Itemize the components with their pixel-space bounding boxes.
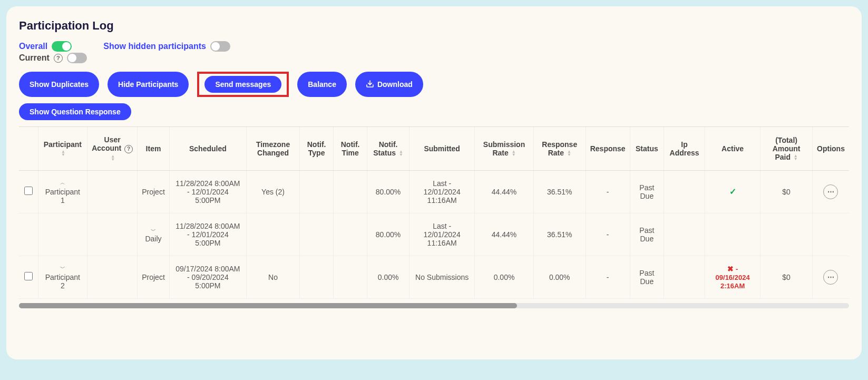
help-icon[interactable]: ? xyxy=(54,54,63,63)
col-scheduled: Scheduled xyxy=(169,127,246,171)
show-question-response-button[interactable]: Show Question Response xyxy=(19,103,131,120)
cell-participant[interactable]: ﹀Participant 2 xyxy=(38,256,87,298)
row-options-button[interactable]: ⋯ xyxy=(823,270,838,285)
cell-submitted: Last - 12/01/2024 11:16AM xyxy=(409,170,474,213)
cell-options: ⋯ xyxy=(812,170,849,213)
cell-notif-time xyxy=(334,256,367,298)
cell-status: Past Due xyxy=(630,213,664,256)
cell-submitted: No Submissions xyxy=(409,256,474,298)
cell-participant[interactable] xyxy=(38,213,87,256)
cell-scheduled: 09/17/2024 8:00AM - 09/20/2024 5:00PM xyxy=(169,256,246,298)
cell-ip-address xyxy=(664,256,705,298)
cell-options: ⋯ xyxy=(812,256,849,298)
toggle-show-hidden[interactable] xyxy=(210,41,230,52)
cell-notif-type xyxy=(300,213,334,256)
download-button[interactable]: Download xyxy=(355,72,423,97)
download-label: Download xyxy=(377,80,413,89)
toggle-current[interactable] xyxy=(67,53,87,63)
col-status: Status xyxy=(630,127,664,171)
cell-scheduled: 11/28/2024 8:00AM - 12/01/2024 5:00PM xyxy=(169,213,246,256)
cell-timezone-changed: No xyxy=(246,256,299,298)
cell-notif-type xyxy=(300,256,334,298)
col-response-rate[interactable]: Response Rate ▲▼ xyxy=(533,127,586,171)
cell-ip-address xyxy=(664,170,705,213)
cell-response-rate: 36.51% xyxy=(533,170,586,213)
filters: Overall Show hidden participants Current… xyxy=(19,41,849,63)
sort-icon: ▲▼ xyxy=(512,150,516,157)
hide-participants-button[interactable]: Hide Participants xyxy=(108,72,189,97)
cell-status: Past Due xyxy=(630,170,664,213)
help-icon[interactable]: ? xyxy=(124,145,133,153)
cell-options xyxy=(812,213,849,256)
chevron-up-icon[interactable]: ︿ xyxy=(43,179,83,187)
cell-response: - xyxy=(586,256,630,298)
table-row: ﹀ Daily11/28/2024 8:00AM - 12/01/2024 5:… xyxy=(19,213,849,256)
chevron-down-icon[interactable]: ﹀ xyxy=(43,265,83,272)
action-row-1: Show Duplicates Hide Participants Send m… xyxy=(19,72,849,97)
show-duplicates-button[interactable]: Show Duplicates xyxy=(19,72,99,97)
cell-user-account xyxy=(87,256,138,298)
cell-scheduled: 11/28/2024 8:00AM - 12/01/2024 5:00PM xyxy=(169,170,246,213)
cell-response: - xyxy=(586,213,630,256)
col-submission-rate[interactable]: Submission Rate ▲▼ xyxy=(475,127,533,171)
participation-log-card: Participation Log Overall Show hidden pa… xyxy=(6,6,862,359)
horizontal-scrollbar[interactable] xyxy=(19,303,849,308)
cell-submitted: Last - 12/01/2024 11:16AM xyxy=(409,213,474,256)
cell-submission-rate: 44.44% xyxy=(475,170,533,213)
cell-notif-status: 80.00% xyxy=(367,170,409,213)
col-submitted: Submitted xyxy=(409,127,474,171)
row-checkbox[interactable] xyxy=(24,187,33,195)
cell-user-account xyxy=(87,170,138,213)
sort-icon: ▲▼ xyxy=(567,150,571,157)
toggle-overall[interactable] xyxy=(52,41,72,52)
cell-user-account xyxy=(87,213,138,256)
cell-status: Past Due xyxy=(630,256,664,298)
cell-active xyxy=(705,213,760,256)
col-active: Active xyxy=(705,127,760,171)
cell-submission-rate: 44.44% xyxy=(475,213,533,256)
action-row-2: Show Question Response xyxy=(19,103,849,120)
sort-icon: ▲▼ xyxy=(111,155,115,161)
balance-button[interactable]: Balance xyxy=(297,72,347,97)
col-notif-type: Notif. Type xyxy=(300,127,334,171)
cell-item: Project xyxy=(138,170,170,213)
col-user-account[interactable]: User Account ? ▲▼ xyxy=(87,127,138,171)
col-timezone-changed: Timezone Changed xyxy=(246,127,299,171)
cell-participant[interactable]: ︿Participant 1 xyxy=(38,170,87,213)
sort-icon: ▲▼ xyxy=(61,150,65,157)
cell-timezone-changed xyxy=(246,213,299,256)
page-title: Participation Log xyxy=(19,19,849,33)
filter-current-label: Current xyxy=(19,53,50,63)
col-amount-paid[interactable]: (Total) Amount Paid ▲▼ xyxy=(760,127,813,171)
x-icon: ✖ xyxy=(727,265,736,273)
send-messages-button[interactable]: Send messages xyxy=(204,76,281,93)
table-row: ︿Participant 1Project11/28/2024 8:00AM -… xyxy=(19,170,849,213)
cell-active: ✖ - 09/16/2024 2:16AM xyxy=(705,256,760,298)
col-notif-status[interactable]: Notif. Status ▲▼ xyxy=(367,127,409,171)
filter-show-hidden-label: Show hidden participants xyxy=(103,42,206,51)
cell-response-rate: 36.51% xyxy=(533,213,586,256)
col-ip-address: Ip Address xyxy=(664,127,705,171)
cell-amount-paid xyxy=(760,213,813,256)
cell-notif-type xyxy=(300,170,334,213)
col-options: Options xyxy=(812,127,849,171)
scrollbar-thumb[interactable] xyxy=(19,303,517,308)
col-response: Response xyxy=(586,127,630,171)
col-participant[interactable]: Participant ▲▼ xyxy=(38,127,87,171)
cell-notif-status: 80.00% xyxy=(367,213,409,256)
cell-item[interactable]: ﹀ Daily xyxy=(138,213,170,256)
row-options-button[interactable]: ⋯ xyxy=(823,184,838,199)
cell-response-rate: 0.00% xyxy=(533,256,586,298)
col-item: Item xyxy=(138,127,170,171)
cell-notif-time xyxy=(334,170,367,213)
filter-show-hidden: Show hidden participants xyxy=(103,41,230,52)
col-notif-time: Notif. Time xyxy=(334,127,367,171)
cell-amount-paid: $0 xyxy=(760,170,813,213)
chevron-down-icon[interactable]: ﹀ xyxy=(151,228,156,233)
table-row: ﹀Participant 2Project09/17/2024 8:00AM -… xyxy=(19,256,849,298)
cell-notif-time xyxy=(334,213,367,256)
filter-overall-label: Overall xyxy=(19,42,47,51)
row-checkbox[interactable] xyxy=(24,272,33,280)
filter-current: Current ? xyxy=(19,53,87,63)
sort-icon: ▲▼ xyxy=(399,150,403,157)
